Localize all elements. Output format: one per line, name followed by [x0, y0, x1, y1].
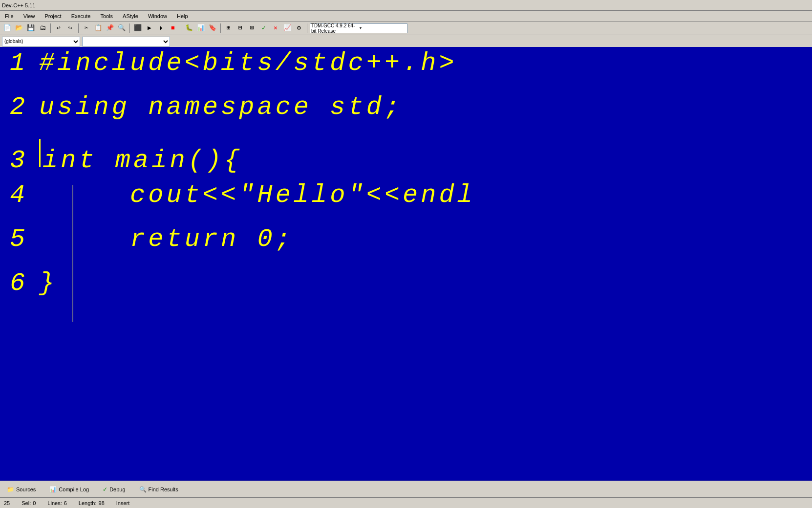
sel-indicator: Sel: 0: [21, 500, 36, 506]
menu-file[interactable]: File: [2, 12, 17, 20]
sources-icon: 📁: [7, 486, 14, 493]
check-button[interactable]: ✓: [258, 23, 269, 34]
find-results-label: Find Results: [149, 486, 178, 492]
line-content-2: using namespace std;: [39, 95, 403, 120]
menu-bar: File View Project Execute Tools AStyle W…: [0, 11, 812, 22]
find-results-tab[interactable]: 🔍 Find Results: [136, 485, 181, 494]
line-number-3: 3: [10, 148, 39, 174]
code-line-3: 3 int main(){: [0, 139, 812, 183]
sources-tab[interactable]: 📁 Sources: [4, 485, 39, 494]
debug-button[interactable]: 🐛: [184, 23, 194, 34]
class-func-bar: (globals): [0, 35, 812, 48]
undo-button[interactable]: ↩: [53, 23, 64, 34]
compile-button[interactable]: ⬛: [132, 23, 143, 34]
new-button[interactable]: 📄: [2, 23, 13, 34]
save-button[interactable]: 💾: [25, 23, 36, 34]
line-number-5: 5: [10, 227, 39, 252]
copy-button[interactable]: 📋: [93, 23, 104, 34]
lines-indicator: Lines: 6: [47, 500, 66, 506]
menu-astyle[interactable]: AStyle: [120, 12, 141, 20]
view-button[interactable]: ⊠: [247, 23, 257, 34]
debug-label: Debug: [109, 486, 125, 492]
line-content-3: int main(){: [43, 148, 242, 174]
menu-project[interactable]: Project: [42, 12, 64, 20]
stop-button[interactable]: ■: [168, 23, 178, 34]
line-number-1: 1: [10, 51, 39, 76]
status-bar: 25 Sel: 0 Lines: 6 Length: 98 Insert: [0, 497, 812, 508]
settings-button[interactable]: ⚙: [294, 23, 304, 34]
cursor-indicator: [39, 139, 41, 167]
profile-button[interactable]: 📊: [195, 23, 206, 34]
find-icon: 🔍: [139, 486, 147, 493]
chart-button[interactable]: 📈: [282, 23, 293, 34]
code-line-6: 6 }: [0, 271, 812, 315]
line-content-1: #include<bits/stdc++.h>: [39, 51, 457, 76]
bottom-panel: 📁 Sources 📊 Compile Log ✓ Debug 🔍 Find R…: [0, 481, 812, 497]
compile-run-button[interactable]: ⏵: [156, 23, 167, 34]
menu-view[interactable]: View: [21, 12, 38, 20]
line-content-4: cout<<"Hello"<<endl: [39, 183, 475, 208]
debug-tab[interactable]: ✓ Debug: [100, 485, 128, 494]
paste-button[interactable]: 📌: [105, 23, 115, 34]
class-selector[interactable]: (globals): [2, 37, 80, 46]
find-button[interactable]: 🔍: [116, 23, 127, 34]
compiler-selector[interactable]: TDM-GCC 4.9.2 64-bit Release ▼: [310, 23, 407, 33]
row-indicator: 25: [4, 500, 10, 506]
toolbar-separator-5: [220, 23, 221, 33]
run-button[interactable]: ▶: [144, 23, 155, 34]
bookmark-button[interactable]: 🔖: [207, 23, 218, 34]
save-all-button[interactable]: 🗂: [37, 23, 48, 34]
menu-execute[interactable]: Execute: [68, 12, 94, 20]
debug-icon: ✓: [103, 486, 107, 493]
title-bar-text: Dev-C++ 5.11: [2, 2, 35, 8]
toolbar-separator-4: [181, 23, 181, 33]
menu-tools[interactable]: Tools: [97, 12, 116, 20]
toolbar-separator-6: [307, 23, 307, 33]
line-number-4: 4: [10, 183, 39, 208]
redo-button[interactable]: ↪: [65, 23, 76, 34]
compile-icon: 📊: [49, 486, 57, 493]
toolbar: 📄 📂 💾 🗂 ↩ ↪ ✂ 📋 📌 🔍 ⬛ ▶ ⏵ ■ 🐛 📊 🔖 ⊞ ⊟ ⊠ …: [0, 22, 812, 35]
compile-log-tab[interactable]: 📊 Compile Log: [46, 485, 92, 494]
line-content-5: return 0;: [39, 227, 294, 252]
scope-indicator: [72, 185, 73, 322]
toolbar-separator-1: [50, 23, 51, 33]
line-content-6: }: [39, 271, 57, 296]
menu-window[interactable]: Window: [145, 12, 170, 20]
compiler-selector-text: TDM-GCC 4.9.2 64-bit Release: [311, 23, 359, 34]
code-line-1: 1 #include<bits/stdc++.h>: [0, 51, 812, 95]
toolbar-separator-2: [78, 23, 79, 33]
grid-button[interactable]: ⊞: [223, 23, 234, 34]
layout-button[interactable]: ⊟: [235, 23, 246, 34]
length-indicator: Length: 98: [79, 500, 105, 506]
editor-area[interactable]: 1 #include<bits/stdc++.h> 2 using namesp…: [0, 47, 812, 481]
clear-button[interactable]: ✕: [270, 23, 281, 34]
code-line-4: 4 cout<<"Hello"<<endl: [0, 183, 812, 227]
menu-help[interactable]: Help: [174, 12, 191, 20]
open-button[interactable]: 📂: [14, 23, 24, 34]
sources-label: Sources: [16, 486, 36, 492]
cut-button[interactable]: ✂: [81, 23, 92, 34]
line-number-6: 6: [10, 271, 39, 296]
title-bar: Dev-C++ 5.11: [0, 0, 812, 11]
code-line-2: 2 using namespace std;: [0, 95, 812, 139]
line-number-2: 2: [10, 95, 39, 120]
compile-log-label: Compile Log: [59, 486, 89, 492]
mode-indicator: Insert: [116, 500, 130, 506]
function-selector[interactable]: [82, 37, 170, 46]
compiler-selector-arrow: ▼: [359, 26, 406, 30]
toolbar-separator-3: [129, 23, 130, 33]
code-line-5: 5 return 0;: [0, 227, 812, 271]
